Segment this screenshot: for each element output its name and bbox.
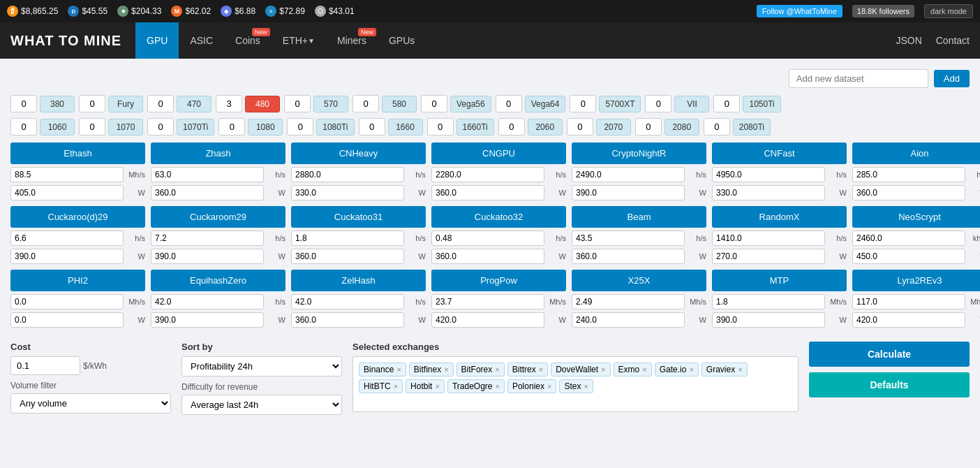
power-input-3[interactable]: [431, 185, 544, 200]
volume-filter-select[interactable]: Any volume: [10, 393, 171, 414]
nav-contact[interactable]: Contact: [936, 35, 970, 46]
add-dataset-button[interactable]: Add: [934, 70, 970, 87]
hashrate-input-3[interactable]: [431, 167, 544, 182]
power-input-5[interactable]: [712, 185, 825, 200]
exchange-remove-bitfinex[interactable]: ×: [444, 365, 448, 374]
nav-item-ethplus[interactable]: ETH+ ▼: [272, 22, 326, 59]
algo-btn-mtp[interactable]: MTP: [712, 270, 847, 291]
hashrate-input-14[interactable]: [852, 231, 965, 246]
hashrate-input-19[interactable]: [431, 294, 544, 309]
power-input-21[interactable]: [712, 312, 825, 328]
exchange-remove-graviex[interactable]: ×: [738, 365, 742, 374]
algo-btn-progpow[interactable]: ProgPow: [431, 270, 566, 291]
hashrate-input-10[interactable]: [291, 231, 404, 246]
power-input-19[interactable]: [431, 312, 544, 328]
hashrate-input-12[interactable]: [572, 231, 685, 246]
gpu-count-vega64[interactable]: [496, 95, 522, 112]
hashrate-input-21[interactable]: [712, 294, 825, 309]
hashrate-input-2[interactable]: [291, 167, 404, 182]
hashrate-input-20[interactable]: [572, 294, 685, 309]
power-input-22[interactable]: [852, 312, 965, 328]
gpu-count-1080ti[interactable]: [287, 118, 313, 136]
power-input-18[interactable]: [291, 312, 404, 328]
nav-item-asic[interactable]: ASIC: [179, 22, 224, 59]
nav-item-coins[interactable]: CoinsNew: [224, 22, 272, 59]
gpu-count-2060[interactable]: [498, 118, 525, 136]
algo-btn-neoscrypt[interactable]: NeoScrypt: [852, 206, 980, 228]
power-input-9[interactable]: [151, 249, 264, 264]
gpu-count-1050ti[interactable]: [713, 95, 740, 112]
hashrate-input-17[interactable]: [151, 294, 264, 309]
gpu-count-2080[interactable]: [635, 118, 662, 136]
hashrate-input-9[interactable]: [151, 231, 264, 246]
power-input-6[interactable]: [852, 185, 965, 200]
calculate-button[interactable]: Calculate: [809, 342, 970, 367]
power-input-2[interactable]: [291, 185, 404, 200]
algo-btn-cuckatoo32[interactable]: Cuckatoo32: [431, 206, 566, 228]
power-input-13[interactable]: [712, 249, 825, 264]
exchange-remove-hotbit[interactable]: ×: [435, 382, 439, 390]
exchange-remove-bittrex[interactable]: ×: [539, 365, 543, 374]
hashrate-input-1[interactable]: [151, 167, 264, 182]
nav-json[interactable]: JSON: [896, 35, 921, 46]
gpu-count-470[interactable]: [147, 95, 174, 112]
hashrate-input-16[interactable]: [10, 294, 124, 309]
exchange-remove-binance[interactable]: ×: [396, 365, 401, 374]
power-input-0[interactable]: [10, 185, 124, 200]
algo-btn-zhash[interactable]: Zhash: [151, 142, 285, 164]
gpu-count-1070ti[interactable]: [147, 118, 174, 136]
dark-mode-button[interactable]: dark mode: [924, 4, 973, 18]
power-input-4[interactable]: [572, 185, 685, 200]
algo-btn-lyra2rev3[interactable]: Lyra2REv3: [852, 270, 980, 291]
power-input-14[interactable]: [852, 249, 965, 264]
gpu-count-480[interactable]: [216, 95, 242, 112]
gpu-count-2070[interactable]: [567, 118, 593, 136]
power-input-1[interactable]: [151, 185, 264, 200]
gpu-count-vii[interactable]: [645, 95, 671, 112]
power-input-11[interactable]: [431, 249, 544, 264]
power-input-12[interactable]: [572, 249, 685, 264]
hashrate-input-8[interactable]: [10, 231, 124, 246]
hashrate-input-5[interactable]: [712, 167, 825, 182]
gpu-count-1070[interactable]: [79, 118, 105, 136]
gpu-count-1080[interactable]: [218, 118, 245, 136]
hashrate-input-13[interactable]: [712, 231, 825, 246]
algo-btn-beam[interactable]: Beam: [572, 206, 706, 228]
power-input-17[interactable]: [151, 312, 264, 328]
algo-btn-cnheavy[interactable]: CNHeavy: [291, 142, 426, 164]
exchange-remove-hitbtc[interactable]: ×: [394, 382, 398, 390]
algo-btn-phi2[interactable]: PHI2: [10, 270, 145, 291]
algo-btn-aion[interactable]: Aion: [852, 142, 980, 164]
algo-btn-equihashzero[interactable]: EquihashZero: [151, 270, 285, 291]
gpu-count-580[interactable]: [352, 95, 379, 112]
algo-btn-cuckarood29[interactable]: Cuckaroo(d)29: [10, 206, 145, 228]
hashrate-input-11[interactable]: [431, 231, 544, 246]
power-input-10[interactable]: [291, 249, 404, 264]
hashrate-input-18[interactable]: [291, 294, 404, 309]
gpu-count-5700xt[interactable]: [570, 95, 596, 112]
exchange-remove-bitforex[interactable]: ×: [495, 365, 499, 374]
hashrate-input-0[interactable]: [10, 167, 124, 182]
algo-btn-ethash[interactable]: Ethash: [10, 142, 145, 164]
gpu-count-570[interactable]: [284, 95, 311, 112]
gpu-count-1660[interactable]: [359, 118, 385, 136]
gpu-count-1660ti[interactable]: [427, 118, 454, 136]
gpu-count-380[interactable]: [10, 95, 37, 112]
gpu-count-vega56[interactable]: [421, 95, 447, 112]
dataset-input[interactable]: [789, 69, 928, 88]
gpu-count-2080ti[interactable]: [704, 118, 730, 136]
defaults-button[interactable]: Defaults: [809, 372, 970, 397]
hashrate-input-22[interactable]: [852, 294, 965, 309]
algo-btn-cnfast[interactable]: CNFast: [712, 142, 847, 164]
gpu-count-fury[interactable]: [79, 95, 105, 112]
exchange-remove-dovewallet[interactable]: ×: [601, 365, 605, 374]
algo-btn-cuckatoo31[interactable]: Cuckatoo31: [291, 206, 426, 228]
difficulty-select[interactable]: Average last 24h Current: [181, 395, 342, 415]
cost-input[interactable]: [10, 356, 80, 375]
hashrate-input-4[interactable]: [572, 167, 685, 182]
exchange-remove-exmo[interactable]: ×: [642, 365, 646, 374]
gpu-count-1060[interactable]: [10, 118, 37, 136]
exchange-remove-tradeogre[interactable]: ×: [496, 382, 500, 390]
sort-select[interactable]: Profitability 24h Profitability 3 days P…: [181, 356, 342, 376]
exchange-remove-poloniex[interactable]: ×: [547, 382, 551, 390]
